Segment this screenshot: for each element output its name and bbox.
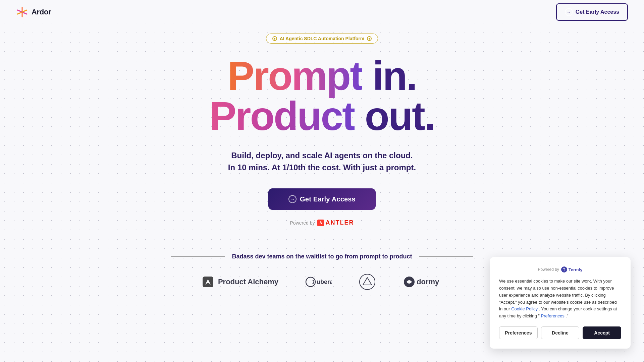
headline-product: Product [210,94,355,138]
divider-row: Badass dev teams on the waitlist to go f… [171,253,473,260]
antler-icon: A [317,220,324,226]
nav-cta-label: Get Early Access [576,9,619,15]
triangle-brand-icon [359,274,376,290]
termly-logo: T Termly [561,266,583,273]
hero-cta-icon: → [288,195,297,203]
list-item: uberall [305,275,332,289]
headline-line1: Prompt in. [210,56,435,96]
hero-subtitle: Build, deploy, and scale AI agents on th… [228,149,416,174]
termly-text: Termly [569,267,583,272]
subtitle-line2: In 10 mins. At 1/10th the cost. With jus… [228,162,416,174]
headline-out: out [355,94,424,138]
powered-by-label: Powered by [290,220,315,226]
cookie-buttons: Preferences Decline Accept [499,326,621,339]
subtitle-line1: Build, deploy, and scale AI agents on th… [228,149,416,162]
svg-text:dormy: dormy [417,278,439,286]
badge: AI Agentic SDLC Automation Platform [266,34,378,44]
divider-right [419,256,473,257]
navbar: Ardor → Get Early Access [0,0,644,24]
hero-cta-label: Get Early Access [300,195,356,203]
cookie-decline-button[interactable]: Decline [541,326,580,339]
cookie-preferences-button[interactable]: Preferences [499,326,538,339]
list-item: dormy [402,275,443,289]
logo-text: Ardor [32,8,51,16]
list-item: Product Alchemy [201,275,278,289]
uberall-icon: uberall [305,275,332,289]
cookie-body-end: ." [566,313,568,318]
divider-left [171,256,225,257]
headline-in: in [362,53,406,98]
headline-prompt: Prompt [227,53,362,98]
badge-dot-left [272,36,277,41]
nav-cta-icon: → [565,8,573,16]
headline-line2: Product out. [210,96,435,136]
nav-cta-button[interactable]: → Get Early Access [556,3,628,21]
cookie-powered-by: Powered by T Termly [499,266,621,273]
badge-label: AI Agentic SDLC Automation Platform [280,36,365,41]
antler-text: ANTLER [325,219,354,226]
termly-icon: T [561,266,567,273]
svg-point-7 [360,274,375,290]
headline: Prompt in. Product out. [210,56,435,136]
cookie-preferences-link[interactable]: Preferences [541,313,565,318]
hero-cta-button[interactable]: → Get Early Access [268,188,376,210]
cookie-body: We use essential cookies to make our sit… [499,278,621,320]
headline-period2: . [424,94,434,138]
cookie-accept-button[interactable]: Accept [583,326,621,339]
logo[interactable]: Ardor [16,6,51,18]
product-alchemy-label: Product Alchemy [218,278,278,286]
cookie-banner: Powered by T Termly We use essential coo… [490,257,631,349]
badge-dot-right [367,36,372,41]
svg-text:uberall: uberall [317,279,332,285]
waitlist-text: Badass dev teams on the waitlist to go f… [232,253,412,260]
dormy-icon: dormy [402,275,443,289]
headline-period1: . [406,53,416,98]
cookie-powered-label: Powered by [538,267,559,272]
list-item [359,274,376,290]
product-alchemy-icon [201,275,215,289]
logos-row: Product Alchemy uberall dormy [168,274,476,290]
cookie-policy-link[interactable]: Cookie Policy [511,306,538,311]
logo-icon [16,6,28,18]
antler-logo: A ANTLER [317,219,354,226]
hero-section: AI Agentic SDLC Automation Platform Prom… [0,0,644,246]
powered-by: Powered by A ANTLER [290,219,354,226]
